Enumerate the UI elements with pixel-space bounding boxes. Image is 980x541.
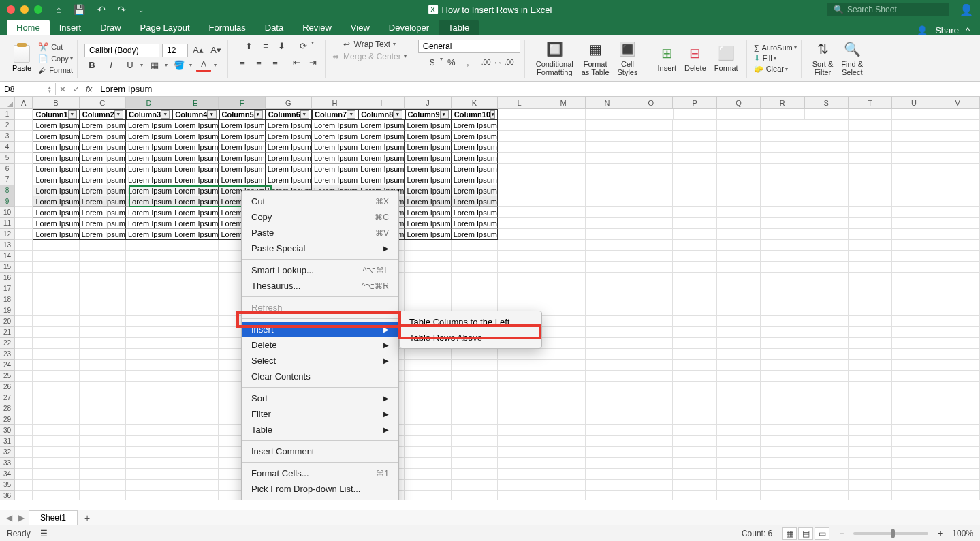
cell-P21[interactable] [673, 327, 716, 338]
cell-A19[interactable] [15, 305, 33, 316]
cell-R25[interactable] [761, 371, 804, 382]
ctx-format-cells-[interactable]: Format Cells...⌘1 [242, 465, 398, 481]
cell-U28[interactable] [892, 403, 936, 414]
cell-F7[interactable]: Lorem Ipsum [219, 174, 265, 185]
cell-V30[interactable] [936, 425, 980, 436]
cell-B14[interactable] [33, 251, 79, 262]
cell-R20[interactable] [761, 316, 804, 327]
cell-V27[interactable] [936, 392, 980, 403]
cell-U21[interactable] [892, 327, 936, 338]
cell-D18[interactable] [126, 294, 172, 305]
col-header-U[interactable]: U [892, 97, 936, 109]
filter-dropdown-Column6[interactable]: ▾ [300, 110, 309, 119]
cell-M26[interactable] [541, 382, 585, 392]
cell-U18[interactable] [892, 294, 936, 305]
cell-R16[interactable] [761, 273, 804, 283]
ctx-sort[interactable]: Sort▶ [242, 390, 398, 406]
cell-M6[interactable] [541, 164, 585, 174]
cell-S34[interactable] [804, 469, 848, 480]
cell-L9[interactable] [498, 196, 541, 207]
row-header-34[interactable]: 34 [0, 469, 14, 480]
cell-K4[interactable]: Lorem Ipsum [452, 142, 498, 153]
cell-S32[interactable] [804, 447, 848, 458]
cell-B29[interactable] [33, 414, 79, 425]
cell-M23[interactable] [541, 349, 585, 360]
decrease-decimal-button[interactable]: ←.00 [499, 56, 513, 69]
sheet-nav-next[interactable]: ▶ [16, 513, 26, 523]
font-color-button[interactable]: A [196, 59, 211, 72]
cell-R33[interactable] [761, 458, 804, 469]
cell-P4[interactable] [673, 142, 716, 153]
cell-Q16[interactable] [717, 273, 761, 283]
qat-dropdown-icon[interactable]: ⌄ [138, 6, 144, 14]
cell-R18[interactable] [761, 294, 804, 305]
cell-E5[interactable]: Lorem Ipsum [172, 153, 219, 164]
cell-P36[interactable] [673, 491, 716, 500]
cell-J23[interactable] [405, 349, 451, 360]
cell-S22[interactable] [804, 338, 848, 349]
cell-N35[interactable] [586, 480, 629, 491]
cell-B23[interactable] [33, 349, 79, 360]
col-header-H[interactable]: H [312, 97, 358, 109]
cell-D2[interactable]: Lorem Ipsum [126, 120, 172, 131]
row-header-33[interactable]: 33 [0, 458, 14, 469]
cell-M10[interactable] [541, 207, 585, 218]
row-header-17[interactable]: 17 [0, 283, 14, 294]
cell-M16[interactable] [541, 273, 585, 283]
cell-H1[interactable]: Column7▾ [312, 109, 358, 120]
cell-O19[interactable] [629, 305, 673, 316]
cell-B4[interactable]: Lorem Ipsum [33, 142, 79, 153]
cell-A5[interactable] [15, 153, 33, 164]
cell-K9[interactable]: Lorem Ipsum [452, 196, 498, 207]
cell-P19[interactable] [673, 305, 716, 316]
cell-G6[interactable]: Lorem Ipsum [266, 164, 312, 174]
cell-A35[interactable] [15, 480, 33, 491]
cell-C13[interactable] [80, 240, 126, 251]
cell-U30[interactable] [892, 425, 936, 436]
cell-U19[interactable] [892, 305, 936, 316]
cell-E9[interactable]: Lorem Ipsum [172, 196, 219, 207]
cell-U31[interactable] [892, 436, 936, 447]
ribbon-tab-data[interactable]: Data [255, 20, 293, 35]
cell-R13[interactable] [761, 240, 804, 251]
maximize-window-button[interactable] [34, 5, 42, 14]
cell-C14[interactable] [80, 251, 126, 262]
col-header-D[interactable]: D [126, 97, 172, 109]
cell-R3[interactable] [761, 131, 804, 142]
row-header-19[interactable]: 19 [0, 305, 14, 316]
cell-D4[interactable]: Lorem Ipsum [126, 142, 172, 153]
cell-T33[interactable] [849, 458, 892, 469]
cell-E8[interactable]: Lorem Ipsum [172, 185, 219, 196]
cell-D32[interactable] [126, 447, 172, 458]
cell-U36[interactable] [892, 491, 936, 500]
cell-K3[interactable]: Lorem Ipsum [452, 131, 498, 142]
cell-U29[interactable] [892, 414, 936, 425]
cell-N16[interactable] [586, 273, 629, 283]
cell-C6[interactable]: Lorem Ipsum [80, 164, 126, 174]
cell-styles-button[interactable]: 🔳Cell Styles [614, 40, 642, 76]
cell-Q3[interactable] [717, 131, 761, 142]
cell-Q10[interactable] [717, 207, 761, 218]
cell-E30[interactable] [172, 425, 219, 436]
cell-P30[interactable] [673, 425, 716, 436]
cell-O5[interactable] [629, 153, 673, 164]
cell-M7[interactable] [541, 174, 585, 185]
cell-J36[interactable] [405, 491, 451, 500]
cell-G3[interactable]: Lorem Ipsum [266, 131, 312, 142]
cell-B36[interactable] [33, 491, 79, 500]
cell-U15[interactable] [892, 262, 936, 273]
cell-B16[interactable] [33, 273, 79, 283]
cell-R6[interactable] [761, 164, 804, 174]
cell-K34[interactable] [452, 469, 498, 480]
cell-M17[interactable] [541, 283, 585, 294]
cell-E18[interactable] [172, 294, 219, 305]
user-avatar-icon[interactable]: 👤 [960, 3, 973, 16]
cell-U7[interactable] [892, 174, 936, 185]
cell-U6[interactable] [892, 164, 936, 174]
cell-Q11[interactable] [717, 218, 761, 229]
cell-O26[interactable] [629, 382, 673, 392]
cell-J25[interactable] [405, 371, 451, 382]
cell-S11[interactable] [804, 218, 848, 229]
cell-C20[interactable] [80, 316, 126, 327]
cell-P8[interactable] [673, 185, 716, 196]
